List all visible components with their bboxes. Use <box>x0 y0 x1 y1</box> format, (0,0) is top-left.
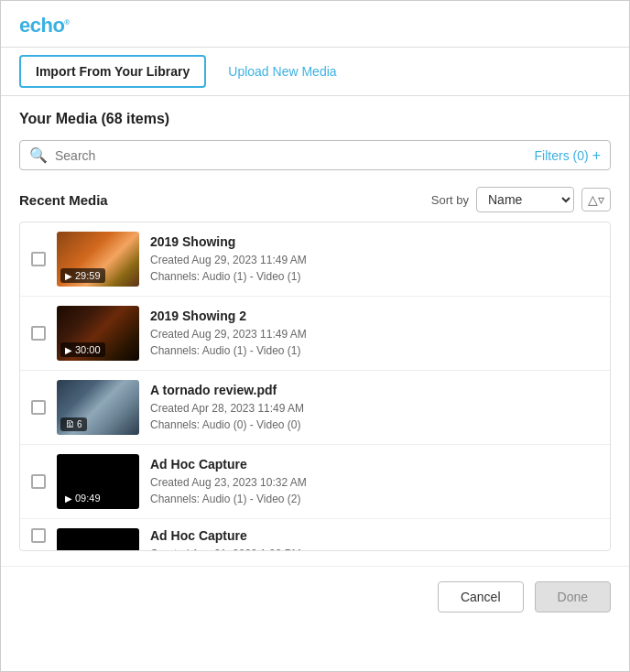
search-bar: 🔍 Filters (0) + <box>19 140 611 170</box>
item-channels: Channels: Audio (1) - Video (1) <box>150 342 599 359</box>
cancel-button[interactable]: Cancel <box>438 581 524 612</box>
item-thumbnail: ▶ 30:00 <box>57 306 139 361</box>
list-item: ▶ 29:59 2019 Showing Created Aug 29, 202… <box>20 222 610 297</box>
item-checkbox[interactable] <box>31 326 46 341</box>
item-name: 2019 Showing <box>150 234 599 249</box>
item-checkbox[interactable] <box>31 528 46 543</box>
item-thumbnail <box>57 528 139 551</box>
play-icon: ▶ <box>65 271 72 281</box>
filters-plus-icon: + <box>592 147 601 164</box>
item-created: Created Aug 29, 2023 11:49 AM <box>150 252 599 268</box>
logo-superscript: ® <box>64 18 69 27</box>
header: echo® <box>1 1 629 48</box>
tab-bar: Import From Your Library Upload New Medi… <box>1 48 629 96</box>
sort-area: Sort by Name Date Duration △▿ <box>431 187 611 212</box>
item-info: Ad Hoc Capture Created Aug 23, 2023 10:3… <box>150 457 599 507</box>
item-info: 2019 Showing Created Aug 29, 2023 11:49 … <box>150 234 599 285</box>
item-checkbox[interactable] <box>31 400 46 415</box>
search-input[interactable] <box>55 148 535 163</box>
slides-icon: 🖻 <box>65 419 74 429</box>
recent-title: Recent Media <box>19 192 108 208</box>
item-checkbox[interactable] <box>31 252 46 266</box>
filters-label: Filters (0) <box>535 148 589 163</box>
item-created: Created Aug 21, 2023 1:00 PM <box>150 546 599 551</box>
item-name: A tornado review.pdf <box>150 383 599 397</box>
item-channels: Channels: Audio (1) - Video (2) <box>150 491 599 507</box>
item-name: 2019 Showing 2 <box>150 309 599 323</box>
list-item: ▶ 09:49 Ad Hoc Capture Created Aug 23, 2… <box>20 445 610 519</box>
list-item: 🖻 6 A tornado review.pdf Created Apr 28,… <box>20 371 610 445</box>
item-thumbnail: 🖻 6 <box>57 380 139 435</box>
sort-by-label: Sort by <box>431 193 469 207</box>
search-icon: 🔍 <box>29 146 48 164</box>
item-created: Created Apr 28, 2023 11:49 AM <box>150 400 599 417</box>
item-channels: Channels: Audio (1) - Video (1) <box>150 268 599 285</box>
done-button[interactable]: Done <box>535 581 611 612</box>
footer: Cancel Done <box>1 566 629 627</box>
filters-link[interactable]: Filters (0) + <box>535 147 601 164</box>
item-thumbnail: ▶ 29:59 <box>57 232 139 287</box>
item-channels: Channels: Audio (0) - Video (0) <box>150 417 599 433</box>
sort-order-button[interactable]: △▿ <box>581 188 611 211</box>
play-icon: ▶ <box>65 345 72 355</box>
duration-label: 29:59 <box>75 270 101 281</box>
recent-media-header: Recent Media Sort by Name Date Duration … <box>19 187 611 212</box>
duration-label: 09:49 <box>75 493 101 504</box>
item-created: Created Aug 29, 2023 11:49 AM <box>150 326 599 342</box>
item-thumbnail: ▶ 09:49 <box>57 454 139 509</box>
tab-import[interactable]: Import From Your Library <box>19 55 206 88</box>
item-name: Ad Hoc Capture <box>150 457 599 471</box>
slides-overlay: 🖻 6 <box>60 417 87 431</box>
media-list: ▶ 29:59 2019 Showing Created Aug 29, 202… <box>19 222 611 551</box>
item-name: Ad Hoc Capture <box>150 528 599 543</box>
duration-overlay: ▶ 09:49 <box>60 491 105 505</box>
play-icon: ▶ <box>65 493 72 504</box>
item-info: Ad Hoc Capture Created Aug 21, 2023 1:00… <box>150 528 599 551</box>
sort-select[interactable]: Name Date Duration <box>476 187 574 212</box>
duration-overlay: ▶ 30:00 <box>60 342 105 357</box>
list-item: Ad Hoc Capture Created Aug 21, 2023 1:00… <box>20 519 610 551</box>
list-item: ▶ 30:00 2019 Showing 2 Created Aug 29, 2… <box>20 297 610 371</box>
logo-text: echo <box>19 14 64 37</box>
duration-label: 30:00 <box>75 344 101 355</box>
item-created: Created Aug 23, 2023 10:32 AM <box>150 474 599 491</box>
tab-upload[interactable]: Upload New Media <box>213 57 351 86</box>
app-logo: echo® <box>19 14 611 38</box>
slides-count: 6 <box>77 419 82 429</box>
item-checkbox[interactable] <box>31 474 46 489</box>
item-info: A tornado review.pdf Created Apr 28, 202… <box>150 383 599 433</box>
duration-overlay: ▶ 29:59 <box>60 268 105 283</box>
main-content: Your Media (68 items) 🔍 Filters (0) + Re… <box>1 96 629 566</box>
media-count-title: Your Media (68 items) <box>19 111 611 127</box>
item-info: 2019 Showing 2 Created Aug 29, 2023 11:4… <box>150 309 599 359</box>
